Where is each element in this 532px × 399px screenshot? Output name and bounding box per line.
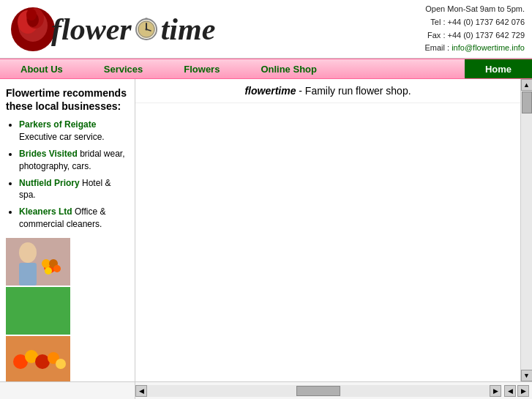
corner-arrow-right[interactable]: ▶ bbox=[517, 385, 529, 397]
sidebar-image-2 bbox=[6, 287, 70, 335]
list-item: Brides Visited bridal wear, photography,… bbox=[19, 148, 129, 173]
contact-email-line: Email : info@flowertime.info bbox=[424, 42, 525, 55]
corner-arrows: ◀ ▶ bbox=[501, 385, 532, 397]
content-panel: flowertime - Family run flower shop. bbox=[135, 79, 520, 381]
scroll-down-button[interactable]: ▼ bbox=[521, 370, 533, 381]
sidebar-image-1 bbox=[6, 238, 70, 286]
page-title: flowertime bbox=[244, 85, 296, 97]
nav-about-us[interactable]: About Us bbox=[0, 59, 83, 78]
page-subtitle: - Family run flower shop. bbox=[296, 85, 411, 97]
clock-icon bbox=[135, 18, 158, 41]
svg-rect-12 bbox=[6, 238, 70, 286]
nav-bar: About Us Services Flowers Online Shop Ho… bbox=[0, 59, 532, 79]
svg-rect-14 bbox=[19, 263, 37, 286]
sidebar: Flowertime recommends these local busine… bbox=[0, 79, 135, 381]
contact-tel: Tel : +44 (0) 1737 642 076 bbox=[424, 16, 525, 29]
sidebar-bottom-spacer bbox=[0, 382, 135, 399]
list-item: Nutfield Priory Hotel & spa. bbox=[19, 177, 129, 202]
contact-info: Open Mon-Sat 9am to 5pm. Tel : +44 (0) 1… bbox=[424, 3, 525, 54]
content-area: flowertime - Family run flower shop. ▲ ▼ bbox=[135, 79, 532, 381]
corner-arrow-left[interactable]: ◀ bbox=[504, 385, 516, 397]
logo-area: flower time bbox=[7, 4, 215, 55]
contact-hours: Open Mon-Sat 9am to 5pm. bbox=[424, 3, 525, 16]
scroll-up-button[interactable]: ▲ bbox=[521, 79, 533, 91]
svg-point-5 bbox=[26, 9, 37, 20]
svg-point-13 bbox=[19, 242, 37, 263]
nav-online-shop[interactable]: Online Shop bbox=[240, 59, 337, 78]
svg-point-11 bbox=[145, 28, 147, 30]
svg-point-19 bbox=[45, 267, 52, 275]
contact-email-label: Email : bbox=[424, 43, 452, 52]
scroll-thumb[interactable] bbox=[522, 92, 532, 113]
h-scroll-thumb[interactable] bbox=[296, 386, 340, 396]
page-title-bar: flowertime - Family run flower shop. bbox=[135, 79, 520, 103]
main-layout: Flowertime recommends these local busine… bbox=[0, 79, 532, 381]
logo-text: flower time bbox=[51, 12, 215, 47]
nav-home[interactable]: Home bbox=[465, 59, 532, 78]
list-item: Kleaners Ltd Office & commercial cleaner… bbox=[19, 206, 129, 231]
scroll-track bbox=[521, 91, 533, 370]
h-scroll-left-button[interactable]: ◀ bbox=[135, 385, 147, 397]
nav-services[interactable]: Services bbox=[83, 59, 164, 78]
header: flower time Open Mon-Sat 9am to 5pm. Tel… bbox=[0, 0, 532, 59]
contact-email-link[interactable]: info@flowertime.info bbox=[452, 43, 525, 52]
bottom-scrollbar-bar: ◀ ▶ ◀ ▶ bbox=[0, 381, 532, 399]
business-desc-1: Executive car service. bbox=[19, 132, 105, 142]
svg-point-18 bbox=[53, 265, 61, 272]
h-scroll-track bbox=[147, 385, 490, 397]
business-link-4[interactable]: Kleaners Ltd bbox=[19, 206, 72, 217]
right-scrollbar: ▲ ▼ bbox=[520, 79, 532, 381]
svg-point-26 bbox=[56, 359, 66, 369]
svg-rect-20 bbox=[6, 287, 70, 335]
contact-fax: Fax : +44 (0) 1737 642 729 bbox=[424, 29, 525, 42]
business-link-2[interactable]: Brides Visited bbox=[19, 149, 78, 159]
content-body[interactable] bbox=[135, 103, 520, 381]
h-scroll-right-button[interactable]: ▶ bbox=[490, 385, 501, 397]
business-list: Parkers of Reigate Executive car service… bbox=[6, 119, 129, 230]
sidebar-heading: Flowertime recommends these local busine… bbox=[6, 86, 129, 113]
business-link-1[interactable]: Parkers of Reigate bbox=[19, 119, 96, 130]
sidebar-image-3 bbox=[6, 336, 70, 381]
svg-point-24 bbox=[35, 354, 50, 369]
list-item: Parkers of Reigate Executive car service… bbox=[19, 119, 129, 143]
nav-flowers[interactable]: Flowers bbox=[163, 59, 240, 78]
business-link-3[interactable]: Nutfield Priory bbox=[19, 178, 80, 188]
sidebar-images bbox=[6, 238, 129, 381]
